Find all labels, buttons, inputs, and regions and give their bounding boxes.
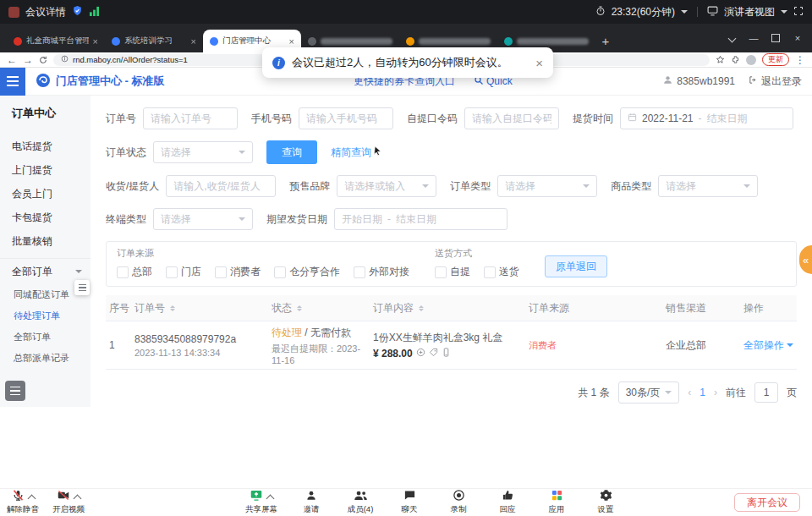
browser-tab[interactable]: 系统培训学习 ×	[105, 30, 203, 52]
meeting-floating-menu-button[interactable]	[5, 381, 25, 401]
sort-icon[interactable]	[419, 303, 424, 314]
current-page[interactable]: 1	[700, 387, 705, 398]
sidebar-drag-handle[interactable]	[74, 280, 90, 295]
browser-tab[interactable]: 礼盒商城平台管理中心 ×	[7, 30, 105, 52]
sidebar-item-card-pickup[interactable]: 卡包提货	[0, 206, 91, 229]
share-options-caret-icon[interactable]	[266, 494, 275, 502]
simple-search-link[interactable]: 精简查询	[331, 145, 382, 160]
toolbar-start-video[interactable]: 开启视频	[52, 490, 85, 515]
sidebar-subitem-hq-dispatch-log[interactable]: 总部派单记录	[0, 348, 91, 369]
fullscreen-icon[interactable]	[793, 6, 804, 19]
toolbar-apps[interactable]: 应用	[541, 490, 572, 515]
header-status[interactable]: 状态	[272, 301, 373, 316]
goods-type-select[interactable]: 请选择	[658, 175, 758, 197]
meeting-bottom-toolbar: 解除静音 开启视频 共享屏幕	[0, 488, 812, 516]
toolbar-record[interactable]: 录制	[443, 490, 474, 515]
goto-page-input[interactable]	[754, 382, 778, 403]
expect-start-date[interactable]: 开始日期	[342, 212, 382, 227]
window-maximize-button[interactable]	[765, 24, 787, 52]
leave-meeting-button[interactable]: 离开会议	[734, 493, 800, 512]
date-separator: -	[699, 113, 702, 124]
order-type-select[interactable]: 请选择	[497, 175, 597, 197]
toolbar-members[interactable]: 成员(4)	[345, 490, 376, 515]
video-options-caret-icon[interactable]	[74, 494, 82, 502]
order-number[interactable]: 83859345088979792a	[134, 333, 272, 345]
new-tab-button[interactable]: +	[595, 30, 616, 51]
sort-icon[interactable]	[170, 303, 175, 314]
checkbox-consumer[interactable]: 消费者	[215, 265, 261, 279]
original-order-return-button[interactable]: 原单退回	[545, 255, 607, 277]
checkbox-store[interactable]: 门店	[166, 265, 201, 279]
sidebar-item-member-visit[interactable]: 会员上门	[0, 182, 91, 206]
receiver-input[interactable]	[166, 175, 276, 197]
header-content[interactable]: 订单内容	[373, 301, 529, 316]
sidebar-subitem-all-orders[interactable]: 全部订单	[0, 327, 91, 348]
view-mode-caret-icon[interactable]	[781, 10, 787, 17]
order-status-select[interactable]: 请选择	[153, 141, 253, 163]
checkbox-warehouse-coop[interactable]: 仓分亨合作	[274, 265, 340, 279]
reload-icon[interactable]	[39, 52, 47, 68]
user-account[interactable]: 8385wb1991	[662, 74, 735, 88]
expect-end-date[interactable]: 结束日期	[396, 212, 436, 227]
browser-update-button[interactable]: 更新	[762, 53, 789, 66]
tab-close-icon[interactable]: ×	[289, 36, 294, 47]
chevron-down-icon	[665, 391, 672, 398]
prev-page-button[interactable]: ‹	[688, 387, 691, 398]
checkbox-self-pickup[interactable]: 自提	[435, 265, 470, 279]
meeting-details-button[interactable]: 会议详情	[25, 5, 66, 19]
tab-close-icon[interactable]: ×	[93, 36, 98, 47]
search-button[interactable]: 查询	[266, 140, 317, 164]
sidebar-item-phone-pickup[interactable]: 电话提货	[0, 134, 91, 158]
next-page-button[interactable]: ›	[714, 387, 717, 398]
chevron-down-icon	[743, 184, 750, 191]
page-info-icon[interactable]	[61, 55, 69, 64]
header-label: 订单号	[134, 302, 165, 314]
window-minimize-button[interactable]: —	[743, 24, 765, 52]
browser-menu-kebab-icon[interactable]: ⋮	[795, 55, 805, 65]
order-no-input[interactable]	[143, 107, 238, 129]
pickup-start-date[interactable]: 2022-11-21	[642, 113, 694, 124]
toolbar-share-screen[interactable]: 共享屏幕	[245, 490, 277, 515]
toolbar-unmute[interactable]: 解除静音	[7, 490, 39, 515]
mic-options-caret-icon[interactable]	[27, 494, 36, 502]
apps-grid-icon	[551, 489, 563, 505]
header-order-no[interactable]: 订单号	[134, 301, 272, 316]
tab-close-icon[interactable]: ×	[191, 36, 196, 47]
sidebar-collapse-button[interactable]	[0, 68, 25, 96]
tab-search-icon[interactable]	[721, 24, 743, 52]
header-source: 订单来源	[529, 301, 666, 316]
pickup-time-range-picker[interactable]: 2022-11-21 - 结束日期	[620, 107, 793, 129]
brand-select[interactable]: 请选择或输入	[337, 175, 436, 197]
toast-close-icon[interactable]: ×	[535, 56, 543, 70]
meeting-toast: i 会议已超过2人，自动转为60分钟限时会议。 ×	[262, 47, 553, 78]
toolbar-settings[interactable]: 设置	[590, 490, 621, 515]
timer-caret-icon[interactable]	[681, 10, 688, 17]
toolbar-chat[interactable]: 聊天	[394, 490, 425, 515]
pickup-code-input[interactable]	[464, 107, 559, 129]
window-close-button[interactable]: ×	[787, 24, 809, 52]
toolbar-invite[interactable]: 邀请	[296, 490, 326, 515]
checkbox-hq[interactable]: 总部	[117, 265, 152, 279]
browser-profile-avatar[interactable]	[746, 55, 756, 65]
expect-date-range-picker[interactable]: 开始日期 - 结束日期	[334, 208, 508, 230]
pickup-end-date[interactable]: 结束日期	[707, 112, 748, 126]
checkbox-external[interactable]: 外部对接	[354, 265, 409, 279]
forward-icon[interactable]: →	[23, 55, 33, 65]
toolbar-reactions[interactable]: 回应	[492, 490, 523, 515]
phone-input[interactable]	[299, 107, 393, 129]
security-shield-icon[interactable]	[72, 5, 83, 19]
terminal-type-select[interactable]: 请选择	[153, 208, 253, 230]
sidebar-item-door-pickup[interactable]: 上门提货	[0, 158, 91, 182]
checkbox-delivery[interactable]: 送货	[484, 265, 519, 279]
back-icon[interactable]: ←	[7, 55, 17, 65]
page-size-select[interactable]: 30条/页	[618, 382, 680, 403]
all-actions-dropdown[interactable]: 全部操作	[743, 338, 797, 353]
sort-icon[interactable]	[297, 303, 302, 314]
logout-button[interactable]: 退出登录	[749, 74, 802, 89]
sidebar-subitem-pending-orders[interactable]: 待处理订单	[0, 305, 91, 327]
sidebar-item-batch-verify[interactable]: 批量核销	[0, 229, 91, 253]
bookmark-star-icon[interactable]	[716, 52, 725, 68]
extensions-puzzle-icon[interactable]	[731, 52, 740, 68]
goods-type-label: 商品类型	[611, 179, 651, 194]
view-mode-label[interactable]: 演讲者视图	[724, 5, 775, 19]
